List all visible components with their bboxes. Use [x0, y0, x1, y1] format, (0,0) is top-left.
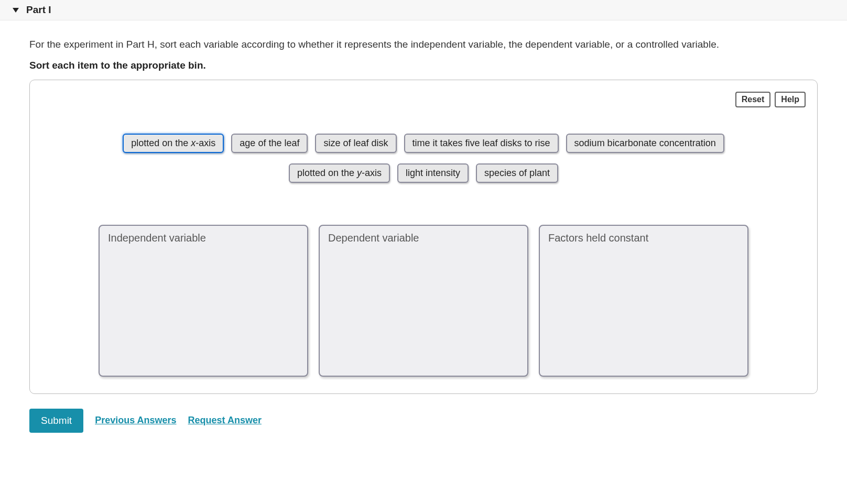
reset-button[interactable]: Reset: [735, 92, 771, 107]
item-species-of-plant[interactable]: species of plant: [476, 163, 558, 183]
item-age-of-leaf[interactable]: age of the leaf: [231, 134, 308, 153]
submit-button[interactable]: Submit: [29, 409, 83, 433]
activity-frame: Reset Help plotted on the x-axis age of …: [29, 80, 818, 394]
item-size-of-leaf-disk[interactable]: size of leaf disk: [315, 134, 396, 153]
items-row-2: plotted on the y-axis light intensity sp…: [289, 163, 558, 183]
part-title: Part I: [26, 4, 51, 16]
bin-dependent-variable[interactable]: Dependent variable: [319, 225, 528, 377]
previous-answers-link[interactable]: Previous Answers: [95, 415, 176, 426]
bin-factors-held-constant[interactable]: Factors held constant: [539, 225, 748, 377]
items-row-1: plotted on the x-axis age of the leaf si…: [123, 134, 724, 153]
bin-title: Factors held constant: [548, 232, 739, 244]
bin-title: Independent variable: [108, 232, 299, 244]
item-text-prefix: plotted on the: [131, 138, 191, 148]
item-text-suffix: -axis: [362, 168, 382, 178]
item-light-intensity[interactable]: light intensity: [397, 163, 469, 183]
item-text-suffix: -axis: [196, 138, 215, 148]
help-button[interactable]: Help: [775, 92, 806, 107]
item-text-var: y: [357, 168, 362, 178]
bin-title: Dependent variable: [328, 232, 519, 244]
draggable-items-pool: plotted on the x-axis age of the leaf si…: [41, 134, 806, 183]
bins-row: Independent variable Dependent variable …: [41, 225, 806, 377]
prompt-text: For the experiment in Part H, sort each …: [29, 37, 818, 52]
item-plotted-x-axis[interactable]: plotted on the x-axis: [123, 134, 224, 153]
chevron-down-icon[interactable]: [13, 8, 19, 13]
activity-toolbar: Reset Help: [41, 92, 806, 107]
request-answer-link[interactable]: Request Answer: [188, 415, 262, 426]
item-text-prefix: plotted on the: [297, 168, 357, 178]
bin-independent-variable[interactable]: Independent variable: [99, 225, 308, 377]
part-header[interactable]: Part I: [0, 0, 847, 20]
item-text-var: x: [191, 138, 196, 148]
item-time-five-disks-rise[interactable]: time it takes five leaf disks to rise: [404, 134, 559, 153]
prompt-instruction: Sort each item to the appropriate bin.: [29, 60, 818, 71]
part-content: For the experiment in Part H, sort each …: [0, 20, 847, 443]
footer-actions: Submit Previous Answers Request Answer: [29, 409, 818, 433]
item-plotted-y-axis[interactable]: plotted on the y-axis: [289, 163, 390, 183]
item-sodium-bicarbonate-concentration[interactable]: sodium bicarbonate concentration: [566, 134, 724, 153]
